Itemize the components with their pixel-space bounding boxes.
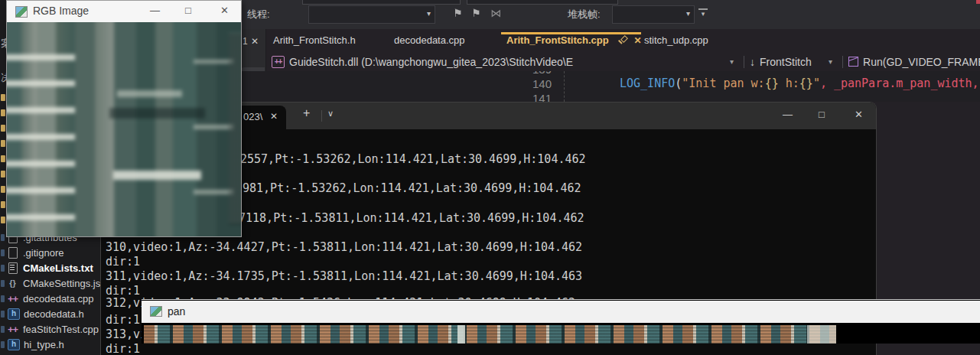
flag-icon[interactable]: ⚑	[453, 7, 463, 19]
terminal-line: 310,video:1,Az:-34.4427,Pt:-1.53811,Lon:…	[106, 240, 582, 255]
stackframe-dropdown[interactable]: ▾	[612, 5, 695, 24]
file-item-decodedata.cpp[interactable]: ++decodedata.cpp	[0, 291, 100, 306]
line-number: 141	[521, 92, 552, 102]
doc-file-icon	[6, 262, 19, 273]
code-string: "	[813, 77, 820, 90]
pan-titlebar[interactable]: pan	[142, 301, 980, 323]
git-status-icon	[1, 295, 5, 302]
code-editor[interactable]: 139 140 141 LOG_INFO("Init pan w:{} h:{}…	[239, 71, 980, 102]
terminal-line: 2557,Pt:-1.53262,Lon:114.421,Lat:30.4699…	[240, 152, 586, 167]
file-item-CMakeSettings.jso[interactable]: {}CMakeSettings.jso	[0, 275, 100, 291]
file-item-feaStitchTest.cpp[interactable]: ++feaStitchTest.cpp	[0, 321, 100, 337]
method-cube-icon	[848, 57, 858, 67]
pan-window: pan	[142, 299, 980, 344]
toolbar-box-fragment	[302, 0, 461, 5]
breadcrumb-separator	[744, 56, 744, 68]
breadcrumb-project[interactable]: GuideStitch.dll (D:\wangchongwu_gitea_20…	[289, 56, 725, 68]
maximize-button[interactable]: □	[185, 5, 191, 16]
tab-decodedata.cpp[interactable]: decodedata.cpp	[394, 29, 465, 52]
terminal-line: 311,video:1,Az:-34.1735,Pt:-1.53811,Lon:…	[106, 269, 582, 284]
thread-dropdown[interactable]: ▾	[308, 5, 435, 24]
breadcrumb-method[interactable]: Run(GD_VIDEO_FRAME_S in	[863, 56, 980, 68]
tab-label: Arith_FrontStitch.h	[273, 34, 356, 46]
cpp-file-icon: ++	[6, 324, 19, 334]
rgb-image-content	[7, 22, 241, 236]
line-number: 140	[521, 77, 552, 90]
git-status-icon	[1, 265, 5, 272]
flag-add-icon[interactable]: ⚑	[471, 7, 481, 19]
breadcrumb-separator	[842, 56, 843, 68]
folder-icon	[1, 125, 5, 132]
breakpoint-condition-icon[interactable]: ⋈	[490, 7, 501, 19]
code-string: "Init pan w:	[682, 77, 764, 90]
file-name-label: .gitignore	[23, 247, 63, 259]
panorama-detail	[807, 325, 836, 344]
tab-label: Arith_FrontStitch.cpp	[506, 34, 609, 46]
pin-icon[interactable]	[618, 35, 628, 44]
folder-icon	[1, 217, 5, 223]
file-name-label: hi_type.h	[24, 339, 64, 350]
h-file-icon: h	[8, 308, 20, 320]
file-name-label: decodedata.h	[24, 308, 84, 320]
git-status-icon	[1, 326, 5, 333]
toolbar-box-fragment	[467, 0, 618, 5]
window-close-sliver	[976, 0, 980, 4]
terminal-line: dir:1	[106, 313, 140, 327]
folder-icon	[1, 94, 5, 101]
breadcrumb-member[interactable]: FrontStitch	[760, 56, 824, 68]
tab-stitch_udp.cpp[interactable]: stitch_udp.cpp	[644, 29, 708, 52]
file-item-CMakeLists.txt[interactable]: CMakeLists.txt	[0, 260, 100, 275]
git-status-icon	[1, 234, 5, 241]
git-status-icon	[1, 249, 5, 256]
folder-icon	[1, 186, 5, 193]
chevron-down-icon: ▾	[686, 9, 690, 18]
explorer-file-list: .gitattributes.gitignoreCMakeLists.txt{}…	[0, 230, 100, 352]
indent-guide	[564, 71, 565, 102]
code-paren: (	[675, 77, 682, 90]
file-item-hi_type.h[interactable]: hhi_type.h	[0, 337, 100, 352]
close-icon[interactable]: ✕	[634, 35, 642, 46]
panorama-image	[144, 325, 836, 344]
close-button[interactable]: ✕	[220, 5, 229, 16]
code-macro: LOG_INFO	[620, 77, 675, 90]
tab-label: decodedata.cpp	[394, 34, 465, 46]
file-name-label: CMakeSettings.jso	[23, 278, 100, 289]
minimize-button[interactable]: —	[150, 5, 160, 16]
git-status-icon	[1, 280, 5, 287]
code-string: h:	[779, 77, 799, 90]
pan-content	[142, 323, 980, 344]
cpp-file-icon: ++	[6, 294, 19, 304]
file-file-icon	[6, 247, 19, 258]
active-tab-underline	[501, 32, 641, 34]
h-file-icon: h	[8, 339, 20, 350]
terminal-line: dir:1	[106, 342, 140, 355]
tab-label: stitch_udp.cpp	[644, 34, 708, 46]
terminal-line: 981,Pt:-1.53262,Lon:114.421,Lat:30.4699,…	[243, 181, 581, 196]
breadcrumb: ++ GuideStitch.dll (D:\wangchongwu_gitea…	[269, 52, 980, 71]
line-number: 139	[521, 71, 552, 76]
terminal-line: dir:1	[106, 255, 140, 269]
rgb-titlebar[interactable]: RGB Image — □ ✕	[7, 1, 241, 23]
pan-window-title: pan	[168, 305, 185, 318]
rgb-image-window: RGB Image — □ ✕	[6, 0, 242, 237]
terminal-line: 7118,Pt:-1.53811,Lon:114.421,Lat:30.4699…	[239, 211, 584, 226]
folder-icon	[1, 140, 5, 147]
code-brace: {}	[799, 77, 813, 90]
image-icon	[15, 6, 28, 18]
toolbar-overflow-icon[interactable]: ▾	[698, 8, 708, 18]
code-brace: {}	[765, 77, 779, 90]
code-line: LOG_INFO("Init pan w:{} h:{}", _panPara.…	[620, 77, 980, 90]
stackframe-label: 堆栈帧:	[568, 8, 601, 21]
file-item-.gitignore[interactable]: .gitignore	[0, 245, 100, 260]
file-item-decodedata.h[interactable]: hdecodedata.h	[0, 306, 100, 321]
json-file-icon: {}	[6, 278, 19, 288]
file-name-label: feaStitchTest.cpp	[23, 324, 99, 335]
tab-Arith_FrontStitch.h[interactable]: Arith_FrontStitch.h	[273, 29, 356, 52]
down-arrow-icon: ↓	[750, 56, 755, 68]
screen: 线程: ▾ ⚑ ⚑ ⋈ 堆栈帧: ▾ ▾ 1 ✕ Arith_FrontStit…	[0, 0, 980, 355]
folder-icon	[1, 155, 5, 162]
chevron-down-icon[interactable]: ▾	[829, 57, 832, 66]
folder-icon	[1, 201, 5, 208]
chevron-down-icon[interactable]: ▾	[730, 57, 734, 66]
git-status-icon	[1, 311, 5, 318]
